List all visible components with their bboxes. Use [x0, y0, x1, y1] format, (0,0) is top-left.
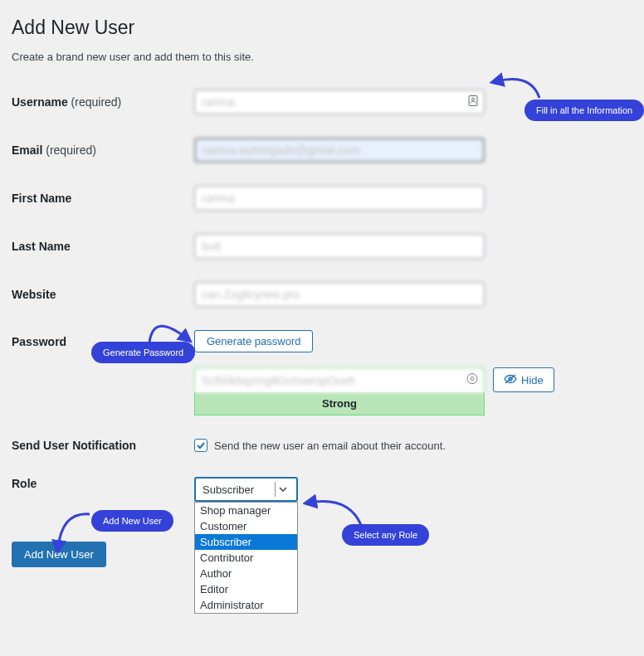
firstname-input[interactable] — [194, 186, 485, 211]
svg-point-2 — [467, 374, 477, 384]
role-option[interactable]: Shop manager — [195, 503, 297, 518]
password-input[interactable] — [194, 367, 485, 392]
notification-checkbox[interactable] — [194, 439, 207, 452]
username-input[interactable] — [194, 90, 485, 114]
lastname-label: Last Name — [12, 240, 194, 253]
role-option[interactable]: Subscriber — [195, 534, 297, 550]
fill-info-callout: Fill in all the Information — [524, 100, 644, 121]
website-label: Website — [12, 288, 194, 301]
role-option[interactable]: Contributor — [195, 550, 297, 566]
email-label: Email (required) — [12, 143, 194, 157]
role-option[interactable]: Administrator — [195, 597, 297, 613]
notification-label: Send User Notification — [12, 439, 194, 452]
notification-checkbox-label: Send the new user an email about their a… — [214, 440, 446, 452]
role-select[interactable]: Subscriber — [194, 477, 298, 502]
role-dropdown: Shop manager Customer Subscriber Contrib… — [194, 502, 298, 614]
password-strength: Strong — [194, 392, 485, 415]
svg-point-3 — [471, 377, 474, 381]
username-label: Username (required) — [12, 95, 194, 109]
chevron-down-icon — [275, 482, 290, 497]
generate-password-callout: Generate Password — [91, 342, 195, 363]
contact-card-icon — [468, 95, 478, 109]
hide-password-button[interactable]: Hide — [493, 367, 554, 392]
role-option[interactable]: Editor — [195, 581, 297, 597]
role-option[interactable]: Customer — [195, 518, 297, 534]
add-new-user-button[interactable]: Add New User — [12, 542, 106, 567]
add-new-user-callout: Add New User — [91, 510, 173, 532]
eye-slash-icon — [504, 373, 517, 387]
lastname-input[interactable] — [194, 234, 485, 259]
password-suggest-icon — [466, 373, 478, 387]
website-input[interactable] — [194, 282, 485, 307]
role-option[interactable]: Author — [195, 566, 297, 581]
role-label: Role — [12, 477, 194, 490]
select-role-callout: Select any Role — [342, 524, 429, 546]
page-subtitle: Create a brand new user and add them to … — [12, 51, 632, 63]
generate-password-button[interactable]: Generate password — [194, 330, 313, 352]
firstname-label: First Name — [12, 192, 194, 205]
page-title: Add New User — [12, 17, 632, 39]
svg-point-1 — [472, 98, 475, 100]
email-input[interactable] — [194, 138, 485, 163]
